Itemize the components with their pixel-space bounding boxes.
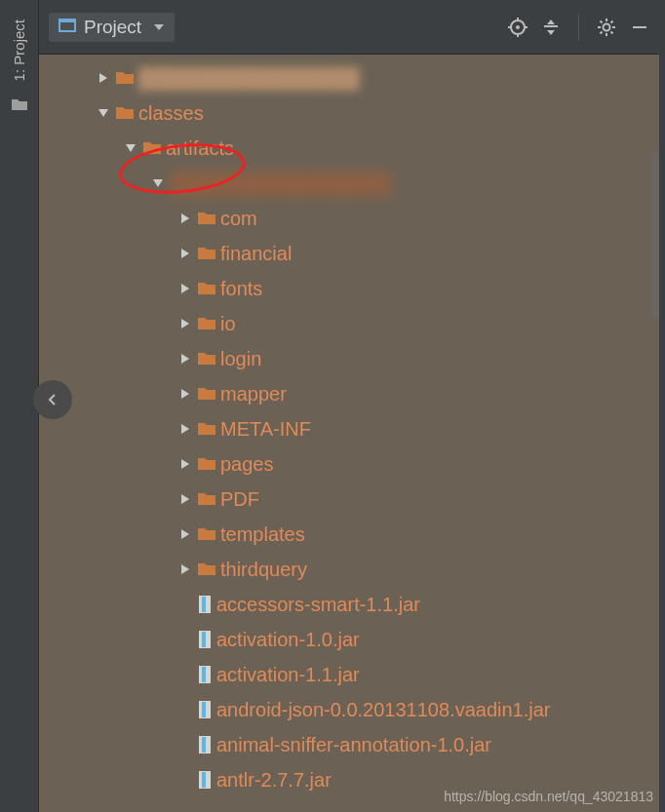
folder-icon: [197, 316, 216, 331]
tree-row-folder[interactable]: META-INF: [39, 411, 659, 446]
locate-icon[interactable]: [508, 18, 528, 37]
svg-rect-17: [202, 772, 206, 788]
folder-icon: [115, 70, 135, 86]
tree-label: android-json-0.0.20131108.vaadin1.jar: [216, 699, 550, 721]
tree-row-artifacts[interactable]: artifacts: [39, 131, 659, 166]
folder-icon: [197, 386, 216, 402]
folder-icon: [197, 421, 216, 437]
tree-label: META-INF: [220, 418, 311, 441]
folder-icon: [142, 140, 162, 156]
chevron-down-icon: [153, 17, 165, 38]
svg-rect-11: [202, 667, 206, 682]
toolwindow-header: Project: [39, 0, 665, 55]
minimize-icon[interactable]: [630, 18, 649, 37]
expand-arrow-icon[interactable]: [176, 454, 195, 474]
expand-arrow-icon[interactable]: [176, 419, 195, 439]
jar-icon: [197, 735, 213, 754]
tree-label: templates: [220, 523, 305, 546]
folder-icon: [197, 491, 216, 507]
tree-label: accessors-smart-1.1.jar: [216, 594, 420, 616]
collapse-arrow-icon[interactable]: [148, 174, 168, 193]
svg-rect-7: [202, 597, 206, 612]
project-tool-tab[interactable]: 1: Project: [7, 10, 31, 91]
collapse-arrow-icon[interactable]: [121, 138, 140, 158]
svg-point-4: [604, 23, 610, 30]
svg-rect-5: [633, 26, 646, 28]
tree-row-folder[interactable]: pages: [39, 446, 659, 482]
tree-row-folder[interactable]: templates: [39, 517, 659, 552]
folder-icon: [197, 351, 216, 367]
tree-label: io: [220, 313, 236, 335]
expand-arrow-icon[interactable]: [176, 244, 195, 263]
expand-arrow-icon[interactable]: [176, 349, 195, 368]
folder-icon: [197, 246, 216, 261]
expand-arrow-icon[interactable]: [176, 489, 195, 509]
jar-icon: [197, 665, 213, 684]
svg-point-3: [516, 25, 520, 29]
jar-icon: [197, 700, 213, 719]
tree-row-root[interactable]: ████████████████: [39, 60, 659, 96]
expand-arrow-icon[interactable]: [176, 560, 195, 579]
project-view-label: Project: [84, 17, 141, 38]
tree-row-jar[interactable]: activation-1.0.jar: [39, 622, 659, 657]
scrollbar[interactable]: [651, 152, 659, 318]
expand-arrow-icon[interactable]: [176, 209, 195, 228]
tree-label: pages: [220, 453, 274, 476]
tree-row-folder[interactable]: PDF: [39, 482, 659, 517]
tree-row-folder[interactable]: thirdquery: [39, 552, 659, 587]
watermark: https://blog.csdn.net/qq_43021813: [444, 789, 653, 804]
expand-arrow-icon[interactable]: [176, 524, 195, 544]
tree-label: ████████████████: [138, 67, 360, 90]
folder-icon: [115, 105, 135, 121]
tree-row-artifact[interactable]: ██████████████: [39, 166, 659, 201]
expand-arrow-icon[interactable]: [176, 314, 195, 333]
folder-icon: [11, 97, 28, 116]
tree-label: animal-sniffer-annotation-1.0.jar: [216, 734, 491, 756]
folder-icon: [197, 281, 216, 296]
svg-rect-1: [59, 19, 75, 22]
tree-row-jar[interactable]: activation-1.1.jar: [39, 657, 659, 692]
tree-label: financial: [220, 243, 292, 265]
tree-row-folder[interactable]: mapper: [39, 376, 659, 411]
expand-arrow-icon[interactable]: [176, 384, 195, 404]
expand-arrow-icon[interactable]: [176, 279, 195, 298]
gear-icon[interactable]: [597, 18, 616, 37]
folder-icon: [197, 561, 216, 577]
tree-label: mapper: [220, 383, 287, 406]
project-view-icon: [59, 17, 76, 38]
divider: [578, 14, 579, 41]
tree-row-jar[interactable]: accessors-smart-1.1.jar: [39, 587, 659, 622]
tree-row-jar[interactable]: animal-sniffer-annotation-1.0.jar: [39, 727, 659, 762]
folder-icon: [197, 211, 216, 226]
jar-icon: [197, 770, 213, 790]
tree-label: thirdquery: [220, 559, 307, 581]
jar-icon: [197, 595, 213, 614]
tree-row-folder[interactable]: financial: [39, 236, 659, 271]
svg-rect-9: [202, 632, 206, 647]
project-tree[interactable]: ████████████████ classes artifacts █████…: [39, 55, 659, 812]
tree-row-jar[interactable]: android-json-0.0.20131108.vaadin1.jar: [39, 692, 659, 727]
svg-rect-15: [202, 737, 206, 753]
back-button[interactable]: [33, 380, 72, 419]
tree-label: antlr-2.7.7.jar: [216, 769, 332, 792]
project-view-selector[interactable]: Project: [49, 13, 175, 42]
tree-label: classes: [138, 102, 204, 125]
tree-label: fonts: [220, 278, 262, 300]
tree-row-folder[interactable]: io: [39, 306, 659, 341]
collapse-all-icon[interactable]: [541, 18, 561, 37]
tree-row-classes[interactable]: classes: [39, 96, 659, 131]
tree-label: artifacts: [166, 137, 234, 160]
header-actions: [508, 14, 649, 41]
expand-arrow-icon[interactable]: [94, 68, 113, 88]
tree-label: activation-1.0.jar: [216, 629, 360, 651]
tree-label: activation-1.1.jar: [216, 664, 360, 686]
svg-rect-13: [202, 702, 206, 717]
folder-icon: [197, 526, 216, 542]
tree-row-folder[interactable]: fonts: [39, 271, 659, 306]
collapse-arrow-icon[interactable]: [94, 103, 113, 123]
sidebar-tab-label: 1: Project: [11, 19, 27, 81]
tree-row-folder[interactable]: login: [39, 341, 659, 376]
jar-icon: [197, 630, 213, 649]
tree-row-folder[interactable]: com: [39, 201, 659, 236]
sidebar: 1: Project: [0, 0, 39, 812]
